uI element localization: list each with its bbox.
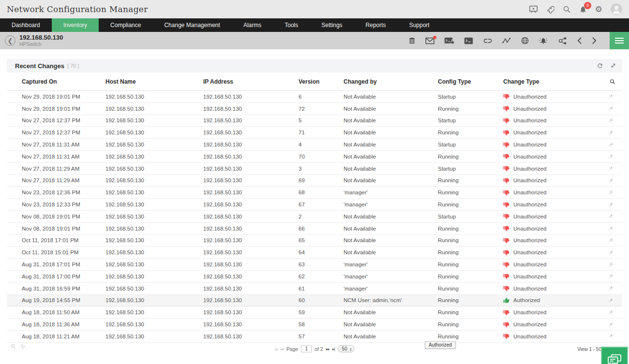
column-header[interactable]: Host Name: [105, 78, 203, 85]
diff-icon[interactable]: [608, 166, 614, 171]
settings-icon[interactable]: ⚙: [595, 4, 602, 15]
mail-icon[interactable]: [425, 37, 434, 44]
diff-icon[interactable]: [608, 118, 614, 123]
column-header[interactable]: Version: [299, 78, 344, 85]
avatar[interactable]: [611, 3, 622, 15]
diff-icon[interactable]: [608, 106, 614, 111]
table-row[interactable]: Nov 29, 2018 19:01 PM 192.168.50.130 192…: [7, 91, 622, 103]
diff-icon[interactable]: [608, 226, 614, 231]
table-row[interactable]: Aug 31, 2018 17:01 PM 192.168.50.130 192…: [7, 259, 622, 271]
table-row[interactable]: Nov 27, 2018 11:31 AM 192.168.50.130 192…: [7, 151, 622, 163]
table-row[interactable]: Aug 19, 2018 14:55 PM 192.168.50.130 192…: [7, 295, 622, 307]
ip-address-cell: 192.168.50.130: [203, 117, 299, 123]
table-row[interactable]: Nov 27, 2018 11:31 AM 192.168.50.130 192…: [7, 139, 622, 151]
diff-icon[interactable]: [608, 322, 614, 327]
nav-tab-dashboard[interactable]: Dashboard: [0, 18, 52, 32]
diff-icon[interactable]: [608, 334, 614, 339]
rocket-icon[interactable]: [546, 5, 554, 14]
changed-by-cell: NCM User: admin,'ncm': [344, 297, 438, 303]
table-row[interactable]: Nov 27, 2018 11:29 AM 192.168.50.130 192…: [7, 163, 622, 175]
table-search-icon[interactable]: [610, 79, 615, 85]
diff-icon[interactable]: [608, 154, 614, 159]
diff-icon[interactable]: [608, 238, 614, 243]
table-row[interactable]: Aug 31, 2018 16:59 PM 192.168.50.130 192…: [7, 283, 622, 295]
terminal-icon[interactable]: [464, 37, 473, 44]
footer-refresh-icon[interactable]: ↻: [21, 344, 25, 350]
nav-tab-inventory[interactable]: Inventory: [52, 18, 99, 32]
first-page-button[interactable]: |◂: [275, 347, 277, 351]
page-size-select[interactable]: 50 ▴▾: [338, 345, 355, 352]
table-row[interactable]: Oct 11, 2018 15:01 PM 192.168.50.130 192…: [7, 247, 622, 259]
table-row[interactable]: Nov 08, 2018 19:01 PM 192.168.50.130 192…: [7, 211, 622, 223]
change-type-label: Unauthorized: [513, 321, 546, 327]
changed-by-cell: Not Available: [344, 117, 438, 123]
changed-by-cell: 'manager': [344, 274, 438, 279]
link-icon[interactable]: [483, 38, 493, 44]
search-icon[interactable]: [563, 5, 571, 14]
diff-icon[interactable]: [608, 262, 614, 267]
globe-icon[interactable]: [521, 37, 529, 44]
diff-icon[interactable]: [608, 310, 614, 315]
table-row[interactable]: Aug 31, 2018 17:00 PM 192.168.50.130 192…: [7, 271, 622, 283]
diff-icon[interactable]: [608, 286, 614, 291]
table-row[interactable]: Nov 27, 2018 12:37 PM 192.168.50.130 192…: [7, 127, 622, 139]
diff-icon[interactable]: [608, 130, 614, 135]
diff-icon[interactable]: [608, 178, 614, 183]
alarm-icon[interactable]: [539, 37, 548, 45]
menu-button[interactable]: [610, 32, 629, 49]
page-input[interactable]: [301, 345, 312, 352]
diff-icon[interactable]: [608, 142, 614, 147]
table-row[interactable]: Nov 27, 2018 11:29 AM 192.168.50.130 192…: [7, 175, 622, 187]
table-row[interactable]: Oct 11, 2018 17:01 PM 192.168.50.130 192…: [7, 235, 622, 247]
diff-icon[interactable]: [608, 214, 614, 219]
column-header[interactable]: Changed by: [344, 78, 438, 85]
nav-tab-reports[interactable]: Reports: [354, 18, 398, 32]
diff-icon[interactable]: [608, 190, 614, 195]
column-header[interactable]: Change Type: [503, 78, 598, 85]
refresh-icon[interactable]: [597, 62, 603, 69]
change-type-cell: Unauthorized: [503, 117, 598, 124]
terminal-lock-icon[interactable]: [444, 37, 454, 44]
table-row[interactable]: Aug 18, 2018 11:50 AM 192.168.50.130 192…: [7, 306, 622, 319]
nav-tab-settings[interactable]: Settings: [310, 18, 354, 32]
table-row[interactable]: Aug 18, 2018 11:36 AM 192.168.50.130 192…: [7, 319, 622, 331]
diff-icon[interactable]: [608, 250, 614, 255]
prev-page-button[interactable]: ◂◂: [280, 347, 284, 351]
nav-tab-support[interactable]: Support: [398, 18, 441, 32]
diff-icon[interactable]: [608, 94, 614, 99]
column-header[interactable]: Captured On: [22, 78, 105, 85]
chat-button[interactable]: [601, 347, 628, 364]
column-header[interactable]: Config Type: [438, 78, 503, 85]
trash-icon[interactable]: [408, 37, 416, 44]
back-button[interactable]: ❮: [5, 35, 15, 46]
nav-tab-change-management[interactable]: Change Management: [152, 18, 231, 32]
diff-icon[interactable]: [608, 202, 614, 207]
table-row[interactable]: Nov 23, 2018 12:36 PM 192.168.50.130 192…: [7, 187, 622, 199]
table-row[interactable]: Nov 08, 2018 19:01 PM 192.168.50.130 192…: [7, 223, 622, 235]
table-row[interactable]: Aug 18, 2018 11:21 AM 192.168.50.130 192…: [7, 331, 622, 343]
table-row[interactable]: Nov 29, 2018 19:01 PM 192.168.50.130 192…: [7, 103, 622, 115]
activity-icon[interactable]: [502, 37, 511, 44]
host-name-cell: 192.168.50.130: [105, 154, 203, 160]
column-header[interactable]: IP Address: [203, 78, 299, 85]
table-row[interactable]: Nov 23, 2018 12:33 PM 192.168.50.130 192…: [7, 199, 622, 211]
diff-icon[interactable]: [608, 274, 614, 279]
next-page-button[interactable]: ▸▸: [326, 347, 329, 351]
presentation-icon[interactable]: [529, 5, 538, 14]
version-cell: 72: [299, 106, 344, 112]
version-cell: 66: [299, 226, 344, 232]
table-row[interactable]: Nov 27, 2018 12:37 PM 192.168.50.130 192…: [7, 115, 622, 127]
change-type-label: Unauthorized: [513, 106, 546, 112]
nav-tab-compliance[interactable]: Compliance: [99, 18, 152, 32]
nav-tab-tools[interactable]: Tools: [273, 18, 310, 32]
notifications-icon[interactable]: 3: [579, 5, 587, 14]
last-page-button[interactable]: ▸|: [332, 347, 335, 351]
diff-icon[interactable]: [608, 298, 614, 303]
nav-tab-alarms[interactable]: Alarms: [232, 18, 273, 32]
captured-on-cell: Nov 27, 2018 11:29 AM: [22, 177, 105, 183]
topology-icon[interactable]: [558, 37, 567, 45]
next-chevron-icon[interactable]: [592, 37, 597, 44]
expand-icon[interactable]: [610, 62, 616, 69]
footer-search-icon[interactable]: [11, 344, 16, 350]
prev-chevron-icon[interactable]: [577, 37, 582, 44]
